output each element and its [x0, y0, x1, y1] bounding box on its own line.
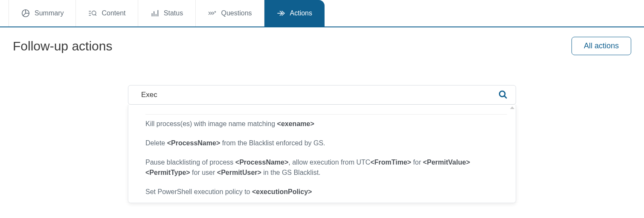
page-title: Follow-up actions [13, 39, 112, 53]
bar-chart-icon [150, 9, 160, 18]
svg-point-4 [92, 11, 96, 15]
placeholder-token: <exename> [277, 120, 314, 127]
result-item[interactable]: Pause blacklisting of process <ProcessNa… [128, 153, 516, 183]
result-text: Set PowerShell execution policy to [145, 188, 252, 195]
placeholder-token: <FromTime> [370, 159, 411, 166]
tab-label: Actions [290, 9, 312, 17]
result-text: for user [190, 169, 217, 176]
result-item[interactable]: Kill process(es) with image name matchin… [128, 115, 516, 134]
arrow-right-icon [276, 9, 286, 18]
placeholder-token: <ProcessName> [167, 139, 220, 147]
search-input-box [128, 85, 516, 105]
result-text: for [411, 159, 423, 166]
svg-line-5 [96, 15, 96, 16]
tab-label: Summary [35, 9, 64, 17]
search-list-icon [88, 9, 97, 18]
tab-actions[interactable]: Actions [264, 0, 325, 27]
tab-status[interactable]: Status [138, 0, 196, 27]
search-icon [498, 90, 508, 100]
tab-label: Content [102, 9, 125, 17]
result-text: , allow execution from UTC [288, 159, 370, 166]
result-text: Pause blacklisting of process [145, 159, 235, 166]
search-input[interactable] [141, 91, 497, 99]
tab-summary[interactable]: Summary [9, 0, 76, 27]
result-text: Kill process(es) with image name matchin… [145, 120, 277, 127]
placeholder-token: <executionPolicy> [252, 188, 312, 195]
tab-content[interactable]: Content [76, 0, 138, 27]
svg-line-14 [504, 96, 506, 98]
scroll-up-arrow-icon [510, 106, 514, 109]
tab-label: Status [164, 9, 183, 17]
result-item[interactable]: Set PowerShell execution policy to <exec… [128, 183, 516, 202]
result-text: Delete [145, 139, 167, 147]
tab-questions[interactable]: Questions [196, 0, 264, 27]
scrollbar[interactable] [510, 106, 514, 201]
placeholder-token: <PermitType> [145, 169, 190, 176]
result-text: in the GS Blacklist. [261, 169, 321, 176]
placeholder-token: <ProcessName> [235, 159, 289, 166]
tab-label: Questions [221, 9, 252, 17]
placeholder-token: <PermitValue> [423, 159, 470, 166]
tab-bar: SummaryContentStatusQuestionsActions [0, 0, 644, 27]
page-header: Follow-up actions All actions [0, 27, 644, 59]
dropdown-list: Kill process(es) with image name matchin… [128, 114, 516, 203]
result-item[interactable]: Delete <ProcessName> from the Blacklist … [128, 134, 516, 153]
result-text: from the Blacklist enforced by GS. [220, 139, 325, 147]
placeholder-token: <PermitUser> [217, 169, 261, 176]
search-results-dropdown: Kill process(es) with image name matchin… [128, 105, 516, 203]
search-button[interactable] [497, 89, 509, 101]
fast-forward-plus-icon [208, 9, 217, 18]
pie-chart-icon [21, 9, 30, 18]
all-actions-button[interactable]: All actions [571, 37, 631, 55]
search-container: Kill process(es) with image name matchin… [128, 85, 516, 203]
